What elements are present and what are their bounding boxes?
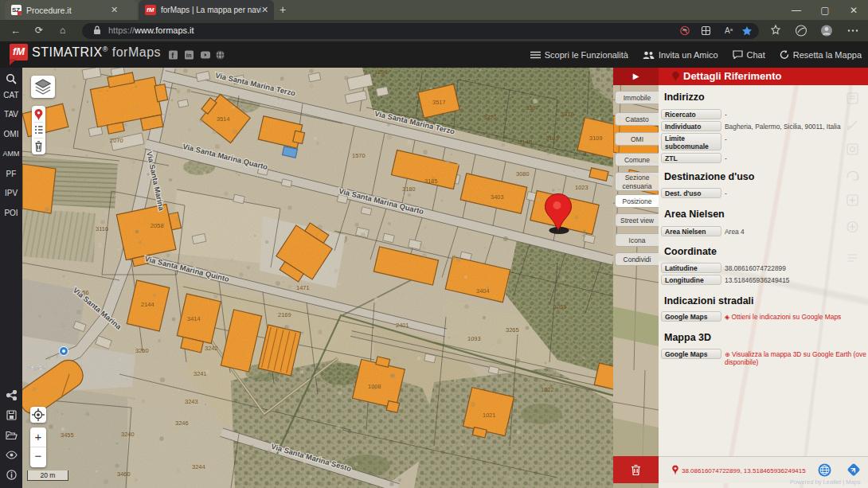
svg-text:Aa: Aa <box>725 26 733 35</box>
svg-text:in: in <box>186 52 192 59</box>
